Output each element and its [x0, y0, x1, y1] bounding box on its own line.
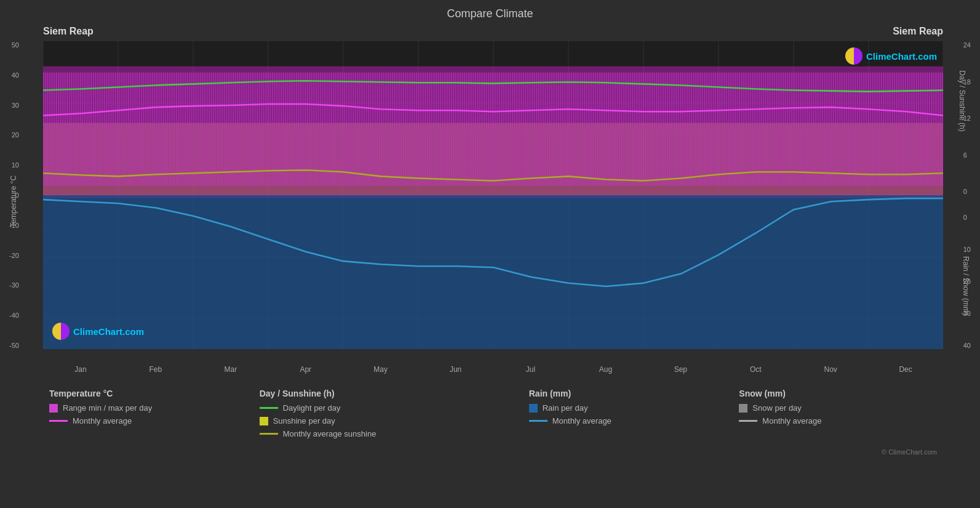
y-right-6: 6 [963, 151, 967, 159]
legend-sunshine-title: Day / Sunshine (h) [260, 389, 517, 398]
y-right-40: 40 [963, 342, 971, 349]
x-axis: Jan Feb Mar Apr May Jun Jul Aug Sep Oct … [43, 365, 943, 374]
y-axis-label-right-top: Day / Sunshine (h) [957, 70, 966, 131]
y-right-24: 24 [963, 41, 971, 49]
copyright: © ClimeChart.com [0, 448, 937, 456]
x-tick-jul: Jul [493, 365, 568, 374]
y-right-10: 10 [963, 246, 971, 253]
logo-text-bottom: ClimeChart.com [73, 326, 144, 337]
page-title: Compare Climate [0, 0, 980, 23]
y-tick-30: 30 [12, 102, 19, 109]
legend-line-sunshine-avg [260, 433, 278, 435]
logo-top-right: ClimeChart.com [845, 47, 937, 65]
legend-label-snow: Snow per day [752, 403, 802, 413]
y-axis-label-right-bottom: Rain / Snow (mm) [962, 256, 970, 315]
legend-swatch-temp-range [49, 404, 58, 413]
location-label-right: Siem Reap [893, 26, 943, 37]
y-right-0top: 0 [963, 188, 967, 195]
legend-line-temp-avg [49, 420, 68, 422]
legend-line-rain-avg [529, 420, 548, 422]
y-tick-40: 40 [12, 71, 19, 79]
logo-icon-top [845, 47, 862, 65]
x-tick-jun: Jun [418, 365, 493, 374]
location-label-left: Siem Reap [43, 26, 94, 37]
x-tick-dec: Dec [868, 365, 943, 374]
legend-item-daylight: Daylight per day [260, 403, 517, 413]
logo-icon-bottom [52, 323, 70, 340]
y-tick-n40: -40 [9, 312, 19, 319]
legend-label-temp-avg: Monthly average [73, 416, 132, 425]
chart-svg [43, 41, 943, 349]
legend-item-sunshine: Sunshine per day [260, 416, 517, 425]
y-right-0bot: 0 [963, 214, 967, 221]
x-tick-aug: Aug [568, 365, 643, 374]
x-tick-feb: Feb [118, 365, 193, 374]
chart-area: ClimeChart.com ClimeChart.com [43, 41, 943, 349]
legend-label-daylight: Daylight per day [283, 403, 341, 413]
legend-item-temp-avg: Monthly average [49, 416, 247, 425]
legend-item-temp-range: Range min / max per day [49, 403, 247, 413]
legend-label-rain-avg: Monthly average [552, 416, 612, 425]
y-axis-label-left: Temperature °C [9, 175, 18, 227]
y-tick-n20: -20 [9, 252, 19, 259]
legend-area: Temperature °C Range min / max per day M… [43, 385, 943, 446]
legend-label-sunshine: Sunshine per day [273, 416, 335, 425]
y-tick-20: 20 [12, 131, 19, 139]
x-tick-mar: Mar [193, 365, 268, 374]
y-tick-n50: -50 [9, 342, 19, 349]
y-tick-50: 50 [12, 41, 19, 49]
legend-temperature: Temperature °C Range min / max per day M… [43, 385, 253, 446]
y-tick-n30: -30 [9, 281, 19, 289]
y-tick-10: 10 [12, 161, 19, 169]
legend-label-rain: Rain per day [543, 403, 588, 413]
legend-item-snow: Snow per day [739, 403, 937, 413]
legend-item-rain: Rain per day [529, 403, 727, 413]
x-tick-may: May [343, 365, 418, 374]
svg-rect-30 [43, 132, 943, 195]
legend-item-snow-avg: Monthly average [739, 416, 937, 425]
legend-label-temp-range: Range min / max per day [63, 403, 152, 413]
legend-line-snow-avg [739, 420, 757, 422]
legend-swatch-rain [529, 404, 538, 413]
svg-rect-31 [43, 195, 943, 349]
legend-label-sunshine-avg: Monthly average sunshine [283, 429, 376, 438]
legend-temperature-title: Temperature °C [49, 389, 247, 398]
x-tick-jan: Jan [43, 365, 118, 374]
legend-snow-title: Snow (mm) [739, 389, 937, 398]
legend-snow: Snow (mm) Snow per day Monthly average [733, 385, 943, 446]
x-tick-nov: Nov [793, 365, 868, 374]
x-tick-oct: Oct [718, 365, 793, 374]
legend-line-daylight [260, 407, 278, 409]
logo-bottom-left: ClimeChart.com [52, 323, 144, 340]
legend-rain-title: Rain (mm) [529, 389, 727, 398]
legend-item-sunshine-avg: Monthly average sunshine [260, 429, 517, 438]
logo-text-top: ClimeChart.com [866, 51, 937, 62]
legend-label-snow-avg: Monthly average [762, 416, 821, 425]
legend-swatch-sunshine [260, 417, 268, 425]
legend-swatch-snow [739, 404, 747, 413]
legend-item-rain-avg: Monthly average [529, 416, 727, 425]
legend-sunshine: Day / Sunshine (h) Daylight per day Suns… [253, 385, 523, 446]
x-tick-apr: Apr [268, 365, 343, 374]
x-tick-sep: Sep [643, 365, 718, 374]
legend-rain: Rain (mm) Rain per day Monthly average [523, 385, 733, 446]
